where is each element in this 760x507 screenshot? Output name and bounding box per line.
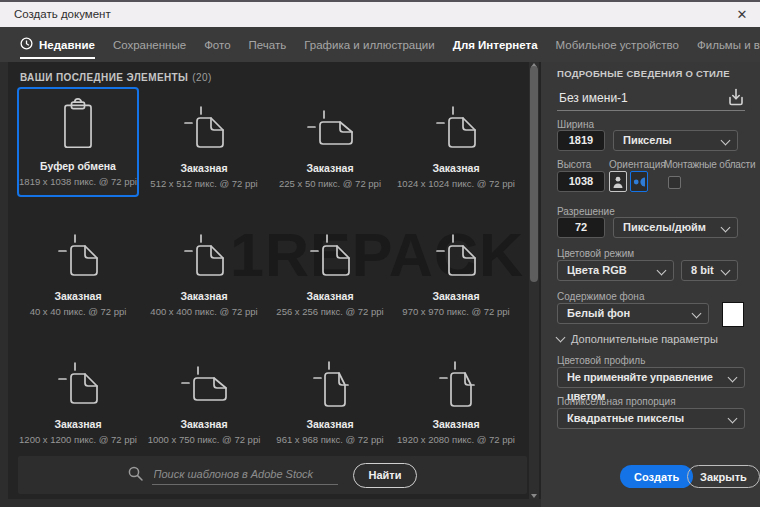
template-item[interactable]: Заказная 1920 x 2080 пикс. @ 72 ppi: [395, 343, 517, 453]
template-size: 1920 x 2080 пикс. @ 72 ppi: [397, 433, 515, 446]
close-icon[interactable]: ✕: [733, 6, 751, 24]
background-dropdown[interactable]: Белый фон: [557, 303, 709, 324]
template-name: Заказная: [432, 418, 479, 431]
panel-header: ПОДРОБНЫЕ СВЕДЕНИЯ О СТИЛЕ: [557, 68, 730, 79]
width-label: Ширина: [557, 119, 594, 130]
pixel-aspect-dropdown[interactable]: Квадратные пикселы: [557, 408, 745, 429]
template-item-clipboard[interactable]: Буфер обмена 1819 x 1038 пикс. @ 72 ppi: [17, 87, 139, 197]
search-icon: [128, 466, 143, 485]
resolution-units-dropdown[interactable]: Пикселы/дюйм: [613, 217, 738, 238]
chevron-down-icon: [556, 333, 566, 343]
tab-web[interactable]: Для Интернета: [453, 27, 538, 62]
template-item[interactable]: Заказная 961 x 968 пикс. @ 72 ppi: [269, 343, 391, 453]
document-square-icon: [55, 233, 101, 281]
template-item[interactable]: Заказная 400 x 400 пикс. @ 72 ppi: [143, 215, 265, 325]
template-name: Заказная: [432, 290, 479, 303]
chevron-down-icon: [728, 373, 738, 383]
tab-film-video[interactable]: Фильмы и видео: [697, 27, 760, 62]
resolution-label: Разрешение: [557, 206, 615, 217]
scroll-down-icon[interactable]: [531, 494, 537, 498]
template-name: Заказная: [54, 290, 101, 303]
search-bar: Найти: [18, 456, 527, 494]
template-item[interactable]: Заказная 256 x 256 пикс. @ 72 ppi: [269, 215, 391, 325]
template-size: 256 x 256 пикс. @ 72 ppi: [276, 305, 383, 318]
bit-depth-dropdown[interactable]: 8 bit: [681, 260, 738, 281]
document-landscape-icon: [307, 105, 353, 153]
landscape-orientation-icon[interactable]: [630, 171, 648, 192]
template-size: 225 x 50 пикс. @ 72 ppi: [279, 177, 381, 190]
scrollbar[interactable]: [529, 62, 539, 499]
template-item[interactable]: Заказная 970 x 970 пикс. @ 72 ppi: [395, 215, 517, 325]
tab-bar: Недавние Сохраненные Фото Печать Графика…: [0, 27, 760, 62]
template-size: 512 x 512 пикс. @ 72 ppi: [150, 177, 257, 190]
tab-label: Для Интернета: [453, 39, 538, 51]
tab-mobile[interactable]: Мобильное устройство: [556, 27, 679, 62]
template-name: Заказная: [432, 162, 479, 175]
document-landscape-icon: [181, 361, 227, 409]
recent-items-grid: Буфер обмена 1819 x 1038 пикс. @ 72 ppi …: [17, 87, 517, 453]
create-document-dialog: Создать документ ✕ Недавние Сохраненные …: [0, 0, 760, 507]
template-size: 40 x 40 пикс. @ 72 ppi: [30, 305, 127, 318]
template-size: 1024 x 1024 пикс. @ 72 ppi: [397, 177, 515, 190]
section-title: ВАШИ ПОСЛЕДНИЕ ЭЛЕМЕНТЫ(20): [20, 72, 212, 83]
template-name: Заказная: [306, 418, 353, 431]
tab-recent[interactable]: Недавние: [20, 27, 95, 62]
color-mode-label: Цветовой режим: [557, 248, 634, 259]
document-portrait-icon: [433, 361, 479, 409]
document-portrait-icon: [307, 361, 353, 409]
resolution-input[interactable]: 72: [557, 217, 605, 238]
search-input[interactable]: [152, 466, 338, 485]
color-profile-label: Цветовой профиль: [557, 355, 645, 366]
tab-saved[interactable]: Сохраненные: [113, 27, 186, 62]
chevron-down-icon: [721, 223, 731, 233]
tab-print[interactable]: Печать: [249, 27, 287, 62]
artboards-checkbox[interactable]: [668, 176, 681, 189]
tab-label: Графика и иллюстрации: [304, 39, 434, 51]
chevron-down-icon: [692, 309, 702, 319]
template-item[interactable]: Заказная 1000 x 750 пикс. @ 72 ppi: [143, 343, 265, 453]
portrait-orientation-icon[interactable]: [609, 171, 627, 192]
template-item[interactable]: Заказная 225 x 50 пикс. @ 72 ppi: [269, 87, 391, 197]
document-square-icon: [433, 105, 479, 153]
template-item[interactable]: Заказная 1024 x 1024 пикс. @ 72 ppi: [395, 87, 517, 197]
clipboard-icon: [55, 97, 101, 151]
close-button[interactable]: Закрыть: [687, 465, 760, 488]
chevron-down-icon: [721, 266, 731, 276]
pixel-aspect-label: Попиксельная пропорция: [557, 396, 676, 407]
template-name: Заказная: [180, 162, 227, 175]
color-mode-dropdown[interactable]: Цвета RGB: [557, 260, 674, 281]
create-button[interactable]: Создать: [620, 465, 693, 488]
scrollbar-thumb[interactable]: [530, 66, 538, 282]
height-label: Высота: [557, 159, 591, 170]
tab-label: Недавние: [39, 39, 95, 51]
background-color-swatch[interactable]: [722, 302, 744, 327]
color-profile-dropdown[interactable]: Не применяйте управление цветом: [557, 367, 745, 388]
template-name: Заказная: [180, 418, 227, 431]
template-size: 400 x 400 пикс. @ 72 ppi: [150, 305, 257, 318]
units-dropdown[interactable]: Пикселы: [613, 130, 738, 151]
orientation-label: Ориентация: [609, 159, 666, 170]
tab-photo[interactable]: Фото: [204, 27, 230, 62]
width-input[interactable]: 1819: [557, 130, 605, 151]
tab-label: Печать: [249, 39, 287, 51]
template-item[interactable]: Заказная 512 x 512 пикс. @ 72 ppi: [143, 87, 265, 197]
document-square-icon: [181, 105, 227, 153]
template-size: 1819 x 1038 пикс. @ 72 ppi: [19, 175, 137, 188]
chevron-down-icon: [721, 136, 731, 146]
tab-art-illustration[interactable]: Графика и иллюстрации: [304, 27, 434, 62]
save-preset-icon[interactable]: [727, 88, 745, 106]
preset-details-panel: ПОДРОБНЫЕ СВЕДЕНИЯ О СТИЛЕ Без имени-1 Ш…: [541, 62, 760, 507]
template-item[interactable]: Заказная 1200 x 1200 пикс. @ 72 ppi: [17, 343, 139, 453]
template-size: 1200 x 1200 пикс. @ 72 ppi: [19, 433, 137, 446]
height-input[interactable]: 1038: [557, 171, 605, 192]
template-item[interactable]: Заказная 40 x 40 пикс. @ 72 ppi: [17, 215, 139, 325]
chevron-down-icon: [728, 414, 738, 424]
document-name-field[interactable]: Без имени-1: [559, 91, 628, 105]
advanced-options-toggle[interactable]: Дополнительные параметры: [557, 333, 718, 345]
document-square-icon: [307, 233, 353, 281]
clock-icon: [20, 37, 33, 52]
tab-label: Фото: [204, 39, 230, 51]
template-size: 970 x 970 пикс. @ 72 ppi: [402, 305, 509, 318]
tab-label: Сохраненные: [113, 39, 186, 51]
find-button[interactable]: Найти: [353, 463, 418, 488]
